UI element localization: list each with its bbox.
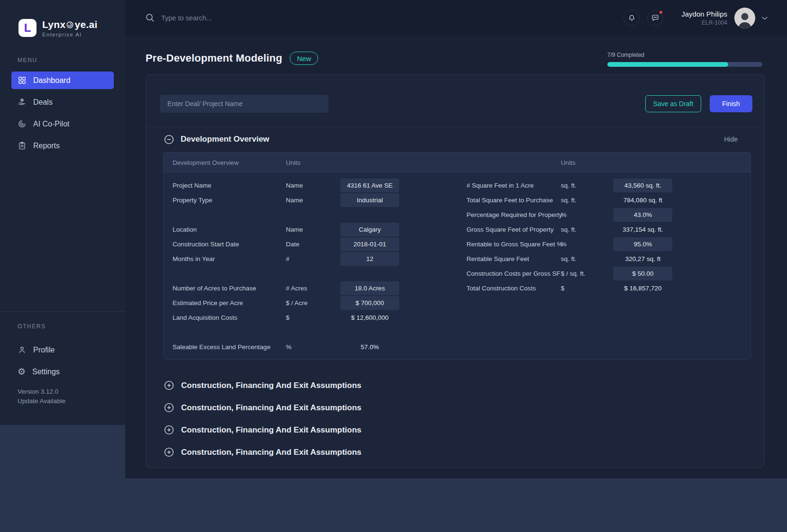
row-unit: Name	[286, 226, 340, 233]
search-icon	[145, 13, 155, 23]
row-unit: Name	[286, 197, 340, 204]
table-header-left: Development Overview	[173, 159, 286, 166]
row-unit: sq. ft.	[561, 182, 613, 189]
value-input[interactable]: $ 50.00	[613, 267, 672, 280]
sidebar-item-reports[interactable]: Reports	[11, 137, 114, 154]
accordion-section-1[interactable]: Construction, Financing And Exit Assumpt…	[164, 374, 746, 397]
avatar[interactable]	[734, 8, 755, 28]
sidebar-item-label: Settings	[32, 368, 60, 376]
sidebar-item-ai-co-pilot[interactable]: AI Co-Pilot	[11, 115, 114, 133]
sidebar-others-section: OTHERS Profile⚙Settings Version 3.12.0 U…	[0, 311, 125, 406]
sidebar: L Lynx ye.ai Enterprise AI MENU Dashboar…	[0, 0, 125, 425]
value-input[interactable]: Calgary	[340, 223, 399, 236]
row-label: Estimated Price per Acre	[173, 299, 286, 307]
table-row: Property TypeNameIndustrial	[164, 193, 458, 207]
bell-icon	[628, 14, 636, 22]
collapse-minus-icon[interactable]	[164, 135, 174, 144]
accordion-section-2[interactable]: Construction, Financing And Exit Assumpt…	[164, 397, 746, 419]
row-label: Total Square Feet to Purchase	[467, 197, 561, 204]
table-row: Land Acquisition Costs$$ 12,600,000	[164, 310, 458, 325]
value-input[interactable]: 12	[340, 252, 399, 266]
row-label: Percentage Required for Property	[467, 211, 561, 218]
row-unit: %	[561, 211, 613, 218]
row-label: Rentable Square Feet	[467, 255, 561, 262]
row-unit: sq. ft.	[561, 226, 613, 233]
accordion-title: Construction, Financing And Exit Assumpt…	[181, 448, 361, 457]
update-available-link[interactable]: Update Available	[18, 397, 125, 406]
table-right-rows: # Square Feet in 1 Acresq. ft.43,560 sq.…	[458, 178, 751, 296]
search-input[interactable]	[161, 14, 360, 22]
avatar-silhouette-icon	[736, 10, 753, 28]
sidebar-item-deals[interactable]: Deals	[11, 93, 114, 111]
table-header-units-right: Units	[561, 159, 613, 166]
brand-subtitle: Enterprise AI	[42, 32, 98, 37]
value-input[interactable]: 43.0%	[613, 208, 672, 222]
sidebar-item-label: Reports	[33, 142, 60, 150]
table-row: Construction Start DateDate2018-01-01	[164, 237, 458, 252]
row-unit: %	[561, 241, 613, 248]
accordion-section-4[interactable]: Construction, Financing And Exit Assumpt…	[164, 441, 746, 463]
page-title: Pre-Development Modeling	[146, 52, 282, 64]
user-name: Jaydon Philips	[681, 10, 727, 18]
accordion-title: Construction, Financing And Exit Assumpt…	[181, 381, 361, 390]
expand-plus-icon	[164, 425, 174, 435]
value-text: $ 16,857,720	[613, 285, 672, 292]
accordion-title: Construction, Financing And Exit Assumpt…	[181, 403, 361, 413]
table-row: Number of Acres to Purchase# Acres18.0 A…	[164, 281, 458, 296]
table-spacer-row	[164, 207, 458, 222]
accordion-section-3[interactable]: Construction, Financing And Exit Assumpt…	[164, 419, 746, 441]
brand-logo: L Lynx ye.ai Enterprise AI	[18, 19, 98, 37]
row-unit: $	[561, 285, 613, 292]
table-row: LocationNameCalgary	[164, 222, 458, 237]
expand-plus-icon	[164, 380, 174, 390]
table-row: Percentage Required for Property%43.0%	[458, 207, 751, 222]
sidebar-item-profile[interactable]: Profile	[11, 341, 114, 359]
value-input[interactable]: 95.0%	[613, 237, 672, 251]
row-label: Location	[173, 226, 286, 233]
table-row: Gross Square Feet of Propertysq. ft.337,…	[458, 222, 751, 237]
value-input[interactable]: Industrial	[340, 193, 399, 207]
accordion-list: Construction, Financing And Exit Assumpt…	[164, 374, 746, 463]
messages-button[interactable]	[647, 10, 663, 26]
row-unit: $	[286, 314, 340, 321]
value-text: 57.0%	[340, 343, 399, 351]
table-header-units-left: Units	[286, 159, 340, 166]
global-search	[145, 0, 360, 36]
value-input[interactable]: 18.0 Acres	[340, 281, 399, 295]
progress-bar-track	[607, 62, 762, 67]
value-input[interactable]: 4316 61 Ave SE	[340, 179, 399, 192]
hide-link[interactable]: Hide	[724, 135, 738, 143]
development-overview-header: Development Overview Hide	[146, 126, 764, 152]
version-text: Version 3.12.0	[18, 387, 125, 397]
row-label: Land Acquisition Costs	[173, 314, 286, 321]
row-label: Number of Acres to Purchase	[173, 285, 286, 292]
table-row: Estimated Price per Acre$ / Acre$ 700,00…	[164, 296, 458, 310]
row-unit: #	[286, 255, 340, 262]
table-row: Construction Costs per Gross SF$ / sq. f…	[458, 266, 751, 281]
row-unit: $ / sq. ft.	[561, 270, 613, 277]
dashboard-grid-icon	[18, 76, 27, 85]
row-unit: # Acres	[286, 285, 340, 292]
brand-name: Lynx ye.ai	[42, 19, 98, 30]
row-unit: Name	[286, 182, 340, 189]
value-input[interactable]: $ 700,000	[340, 296, 399, 310]
save-as-draft-button[interactable]: Save as Draft	[645, 95, 701, 112]
notifications-button[interactable]	[623, 10, 640, 26]
row-unit: Date	[286, 241, 340, 248]
user-menu-chevron[interactable]	[761, 14, 768, 22]
profile-icon	[18, 345, 27, 354]
finish-button[interactable]: Finish	[710, 95, 752, 112]
row-label: Saleable Excess Land Percentage	[173, 343, 286, 351]
sidebar-item-settings[interactable]: ⚙Settings	[11, 363, 114, 380]
row-label: # Square Feet in 1 Acre	[467, 182, 561, 189]
chevron-down-icon	[761, 16, 768, 20]
table-spacer-row	[164, 325, 458, 340]
value-text: 784,080 sq. ft	[613, 197, 672, 204]
value-input[interactable]: 2018-01-01	[340, 237, 399, 251]
main-content: Pre-Development Modeling New 7/9 Complet…	[125, 36, 787, 478]
value-input[interactable]: 43,560 sq. ft.	[613, 179, 672, 192]
sidebar-item-dashboard[interactable]: Dashboard	[11, 72, 114, 89]
table-row: Rentable Square Feetsq. ft.320,27 sq. ft	[458, 252, 751, 266]
deal-name-input[interactable]	[160, 95, 329, 113]
logo-badge: L	[18, 19, 37, 37]
